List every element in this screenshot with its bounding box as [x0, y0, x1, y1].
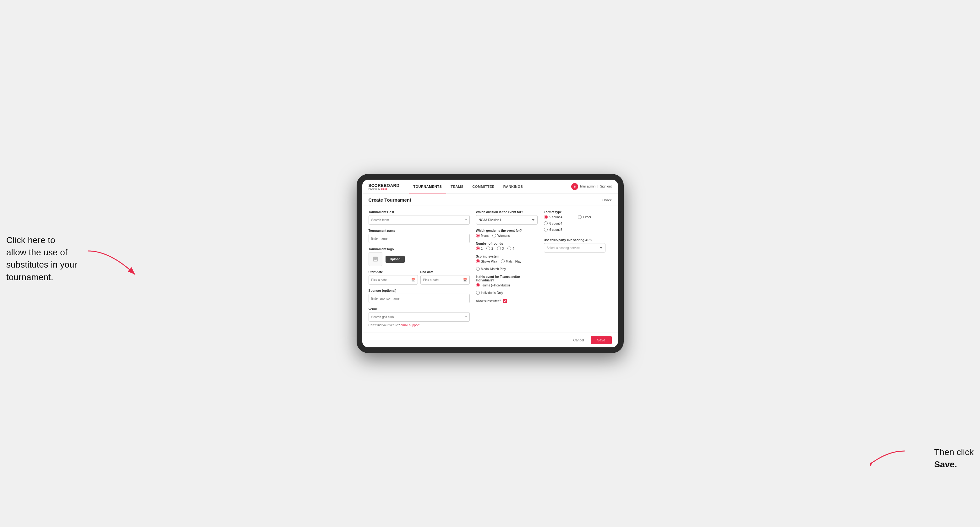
- page-footer: Cancel Save: [362, 333, 618, 348]
- start-date-input[interactable]: 📅: [369, 275, 418, 284]
- format-6count5[interactable]: 6 count 5: [544, 228, 571, 232]
- image-icon: [372, 256, 379, 262]
- tournament-name-input[interactable]: [369, 234, 470, 243]
- end-date-group: End date 📅: [420, 270, 470, 284]
- gender-mens-radio[interactable]: [476, 234, 480, 237]
- nav-link-teams[interactable]: TEAMS: [446, 179, 468, 194]
- rounds-1-radio[interactable]: [476, 246, 480, 250]
- format-6count4[interactable]: 6 count 4: [544, 221, 571, 225]
- gender-radio-group: Mens Womens: [476, 234, 538, 237]
- nav-divider: |: [597, 185, 598, 188]
- scoring-medal[interactable]: Medal Match Play: [476, 267, 506, 271]
- division-group: Which division is the event for? NCAA Di…: [476, 210, 538, 225]
- sponsor-label: Sponsor (optional): [369, 289, 470, 292]
- email-support-link[interactable]: email support: [401, 324, 420, 327]
- tournament-name-field[interactable]: [371, 237, 467, 240]
- event-individuals-radio[interactable]: [476, 291, 480, 295]
- nav-links: TOURNAMENTS TEAMS COMMITTEE RANKINGS: [409, 179, 571, 194]
- rounds-4[interactable]: 4: [508, 246, 514, 250]
- event-teams[interactable]: Teams (+Individuals): [476, 283, 510, 287]
- format-other-radio[interactable]: [578, 215, 582, 219]
- nav-user: B blair admin | Sign out: [571, 183, 611, 190]
- arrow-right: [870, 445, 908, 467]
- tablet-screen: SCOREBOARD Powered by clippd TOURNAMENTS…: [362, 179, 618, 348]
- form-col-2: Which division is the event for? NCAA Di…: [476, 210, 544, 331]
- rounds-3-label: 3: [502, 247, 504, 250]
- cancel-button[interactable]: Cancel: [570, 337, 588, 344]
- tournament-name-group: Tournament name: [369, 229, 470, 243]
- sponsor-field[interactable]: [371, 297, 467, 300]
- scoring-stroke[interactable]: Stroke Play: [476, 259, 497, 263]
- nav-link-tournaments[interactable]: TOURNAMENTS: [409, 179, 446, 194]
- rounds-1[interactable]: 1: [476, 246, 483, 250]
- end-date-label: End date: [420, 270, 470, 274]
- gender-label: Which gender is the event for?: [476, 229, 538, 232]
- gender-womens-radio[interactable]: [492, 234, 496, 237]
- venue-input[interactable]: ▾: [369, 312, 470, 322]
- annotation-line1: Click here to: [6, 235, 55, 245]
- calendar-icon-end: 📅: [463, 278, 467, 282]
- rounds-2[interactable]: 2: [487, 246, 493, 250]
- annotation-left: Click here to allow the use of substitut…: [6, 234, 77, 283]
- scoring-api-group: Use third-party live scoring API? Select…: [544, 238, 606, 252]
- tournament-host-input[interactable]: ▾: [369, 215, 470, 225]
- nav-link-committee[interactable]: COMMITTEE: [468, 179, 499, 194]
- format-type-label: Format type: [544, 210, 606, 214]
- back-link[interactable]: Back: [602, 198, 611, 202]
- scoring-service-select[interactable]: Select a scoring service: [544, 243, 606, 252]
- avatar: B: [571, 183, 578, 190]
- scoring-medal-radio[interactable]: [476, 267, 480, 271]
- format-5count4-label: 5 count 4: [550, 216, 562, 219]
- rounds-3[interactable]: 3: [497, 246, 504, 250]
- substitutes-group: Allow substitutes?: [476, 299, 538, 303]
- sign-out-link[interactable]: Sign out: [600, 185, 612, 188]
- save-button[interactable]: Save: [591, 336, 612, 344]
- logo-placeholder: [369, 252, 382, 266]
- scoring-stroke-radio[interactable]: [476, 259, 480, 263]
- venue-dropdown-icon: ▾: [465, 315, 467, 319]
- scoring-medal-label: Medal Match Play: [481, 267, 506, 271]
- tournament-name-label: Tournament name: [369, 229, 470, 232]
- rounds-2-radio[interactable]: [487, 246, 490, 250]
- page-content: Create Tournament Back Tournament Host ▾…: [362, 194, 618, 333]
- end-date-field[interactable]: [423, 278, 463, 282]
- scoring-match-radio[interactable]: [501, 259, 504, 263]
- event-type-radio-group: Teams (+Individuals) Individuals Only: [476, 283, 538, 295]
- scoring-match[interactable]: Match Play: [501, 259, 521, 263]
- end-date-input[interactable]: 📅: [420, 275, 470, 284]
- sponsor-input[interactable]: [369, 294, 470, 303]
- upload-button[interactable]: Upload: [385, 256, 405, 263]
- event-type-group: Is this event for Teams and/or Individua…: [476, 275, 538, 295]
- start-date-group: Start date 📅: [369, 270, 418, 284]
- scoring-group: Scoring system Stroke Play Match Play: [476, 255, 538, 271]
- event-individuals[interactable]: Individuals Only: [476, 291, 503, 295]
- gender-womens[interactable]: Womens: [492, 234, 510, 237]
- gender-mens[interactable]: Mens: [476, 234, 488, 237]
- tournament-host-field[interactable]: [371, 218, 465, 222]
- event-teams-radio[interactable]: [476, 283, 480, 287]
- format-5count4-radio[interactable]: [544, 215, 548, 219]
- venue-field[interactable]: [371, 315, 465, 319]
- rounds-3-radio[interactable]: [497, 246, 501, 250]
- nav-link-rankings[interactable]: RANKINGS: [499, 179, 528, 194]
- calendar-icon: 📅: [411, 278, 415, 282]
- substitutes-checkbox[interactable]: [503, 299, 507, 303]
- scoring-stroke-label: Stroke Play: [481, 260, 497, 263]
- event-teams-label: Teams (+Individuals): [481, 284, 510, 287]
- sponsor-group: Sponsor (optional): [369, 289, 470, 303]
- format-other[interactable]: Other: [578, 215, 606, 219]
- format-6count5-radio[interactable]: [544, 228, 548, 232]
- rounds-1-label: 1: [481, 247, 483, 250]
- scoring-label: Scoring system: [476, 255, 538, 258]
- format-6count4-radio[interactable]: [544, 221, 548, 225]
- start-date-field[interactable]: [371, 278, 411, 282]
- substitutes-checkbox-item[interactable]: Allow substitutes?: [476, 299, 538, 303]
- logo-upload-area: Upload: [369, 252, 470, 266]
- rounds-4-radio[interactable]: [508, 246, 511, 250]
- tournament-host-label: Tournament Host: [369, 210, 470, 214]
- division-select[interactable]: NCAA Division I: [476, 215, 538, 225]
- rounds-radio-group: 1 2 3 4: [476, 246, 538, 250]
- gender-mens-label: Mens: [481, 234, 488, 237]
- annotation-right: Then click Save.: [934, 446, 974, 470]
- format-5count4[interactable]: 5 count 4: [544, 215, 571, 219]
